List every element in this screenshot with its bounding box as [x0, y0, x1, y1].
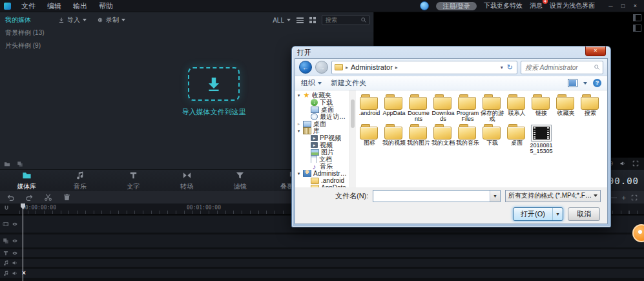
sidebar-item-star[interactable]: ▾★收藏夹 [295, 92, 349, 99]
tab-filter[interactable]: 滤镜 [213, 170, 267, 192]
file-item[interactable]: 我的视频 [382, 124, 406, 156]
sidebar-item-user[interactable]: ▾Administrator [295, 170, 349, 177]
refresh-icon[interactable]: ↻ [506, 63, 514, 72]
sidebar-item-music[interactable]: ♪音乐 [295, 163, 349, 170]
dialog-search-input[interactable] [524, 63, 594, 72]
sidebar-scrollbar[interactable] [349, 90, 356, 187]
file-item[interactable]: 联系人 [504, 94, 529, 123]
menu-item[interactable]: 编辑 [41, 1, 67, 11]
list-view-icon[interactable] [296, 17, 304, 23]
menu-item[interactable]: 帮助 [93, 1, 119, 11]
file-item[interactable]: 下载 [480, 124, 504, 156]
import-button[interactable]: 导入 [58, 16, 87, 25]
grid-view-icon[interactable] [309, 17, 312, 19]
tree-collapsed-icon[interactable]: ▸ [296, 121, 301, 127]
import-small-icon[interactable] [17, 161, 23, 167]
sidebar-item-folder[interactable]: .android [295, 177, 349, 184]
account-button[interactable]: 注册/登录 [436, 2, 477, 10]
file-item[interactable]: 20180815_153056 [529, 124, 554, 156]
filename-input[interactable] [373, 190, 501, 202]
open-dropdown-icon[interactable]: ▼ [552, 208, 563, 220]
tab-folder[interactable]: 媒体库 [0, 170, 54, 192]
sidebar-item-video[interactable]: ▸视频 [295, 141, 349, 149]
light-theme-link[interactable]: 设置为浅色界面 [550, 1, 595, 10]
speaker-icon[interactable] [619, 160, 626, 167]
views-icon[interactable] [568, 79, 577, 87]
file-item[interactable]: 桌面 [504, 124, 529, 156]
organize-button[interactable]: 组织 [301, 78, 322, 88]
minimize-button[interactable]: ─ [605, 0, 617, 12]
forward-button[interactable]: → [315, 61, 328, 74]
dialog-titlebar[interactable]: 打开 [292, 47, 610, 58]
fullscreen-icon[interactable] [632, 160, 639, 167]
track-audio[interactable]: × [0, 269, 644, 278]
sidebar-item-picture[interactable]: 图片 [295, 149, 349, 156]
dropzone-box[interactable] [188, 67, 240, 101]
trash-icon[interactable] [63, 193, 71, 202]
tab-text[interactable]: 文字 [107, 170, 160, 192]
media-collection-tab[interactable]: 我的媒体 [0, 14, 56, 26]
undo-icon[interactable] [6, 193, 15, 202]
file-item[interactable]: Documents [406, 94, 431, 123]
maximize-button[interactable]: □ [617, 0, 629, 12]
sidebar-item-desktop[interactable]: 桌面 [295, 106, 349, 113]
media-search-input[interactable] [324, 16, 360, 24]
filename-combo[interactable]: ▼ [373, 190, 501, 202]
sidebar-item-desktop[interactable]: ▸桌面 [295, 120, 349, 127]
filter-all-dropdown[interactable]: ALL [273, 17, 291, 24]
cancel-button[interactable]: 取消 [568, 207, 600, 221]
address-bar[interactable]: ▸ Administrator ▸ ▾ ↻ [331, 61, 517, 74]
menu-item[interactable]: 文件 [16, 1, 41, 11]
file-item[interactable]: 我的文档 [431, 124, 455, 156]
file-item[interactable]: Downloads [431, 94, 455, 123]
open-button-label[interactable]: 打开(O) [514, 208, 552, 220]
record-button[interactable]: 录制 [97, 16, 125, 25]
messages-link[interactable]: 消息 4 [530, 1, 543, 10]
file-item[interactable]: 收藏夹 [554, 94, 578, 123]
panel-layout-icon[interactable] [633, 25, 641, 32]
address-dropdown-icon[interactable]: ▾ [501, 65, 503, 70]
dialog-search-box[interactable] [521, 61, 603, 74]
tree-expanded-icon[interactable]: ▾ [296, 93, 301, 98]
track-audio[interactable] [0, 259, 644, 267]
link-tracks-icon[interactable] [3, 205, 10, 211]
media-search-box[interactable] [322, 15, 369, 25]
dialog-close-button[interactable]: × [585, 47, 606, 56]
playhead[interactable] [23, 203, 23, 281]
file-item[interactable]: 搜索 [578, 94, 603, 123]
track-pip[interactable] [0, 234, 644, 247]
tab-transition[interactable]: 转场 [160, 170, 214, 192]
folder-small-icon[interactable] [4, 161, 10, 167]
zoom-in-icon[interactable]: + [622, 194, 626, 202]
new-folder-button[interactable]: 新建文件夹 [331, 78, 366, 88]
tab-music[interactable]: 音乐 [54, 170, 107, 192]
menu-item[interactable]: 输出 [67, 1, 93, 11]
redo-icon[interactable] [25, 193, 34, 202]
file-item[interactable]: 链接 [529, 94, 554, 123]
media-collection-tab[interactable]: 背景样例 (13) [0, 26, 56, 39]
file-item[interactable]: AppData [382, 94, 406, 123]
help-icon[interactable]: ? [593, 79, 601, 87]
panel-layout-icon[interactable] [633, 14, 641, 21]
back-button[interactable]: ← [299, 61, 312, 74]
tree-expanded-icon[interactable]: ▾ [296, 129, 301, 134]
scrollbar-thumb[interactable] [351, 99, 355, 128]
filetype-dropdown[interactable]: 所有支持的格式 (*.MP4;*.FLV;*. [505, 190, 601, 202]
close-button[interactable]: × [629, 0, 641, 12]
scissors-icon[interactable] [44, 193, 52, 202]
media-collection-tab[interactable]: 片头样例 (9) [0, 39, 56, 52]
sidebar-item-video[interactable]: ▸PP视频 [295, 134, 349, 141]
open-button[interactable]: 打开(O) ▼ [513, 207, 563, 221]
fit-timeline-icon[interactable] [631, 194, 638, 201]
sidebar-item-library[interactable]: ▾库 [295, 127, 349, 134]
breadcrumb-root[interactable]: Administrator [351, 63, 393, 71]
download-effects-link[interactable]: 下载更多特效 [484, 1, 523, 10]
file-item[interactable]: 图标 [357, 124, 382, 156]
account-avatar-icon[interactable] [420, 1, 429, 10]
file-item[interactable]: 我的图片 [406, 124, 431, 156]
sidebar-item-download[interactable]: ↓下载 [295, 99, 349, 106]
file-item[interactable]: 我的音乐 [455, 124, 480, 156]
tree-expanded-icon[interactable]: ▾ [296, 171, 301, 176]
chevron-down-icon[interactable] [583, 82, 587, 85]
file-item[interactable]: .android [357, 94, 382, 123]
